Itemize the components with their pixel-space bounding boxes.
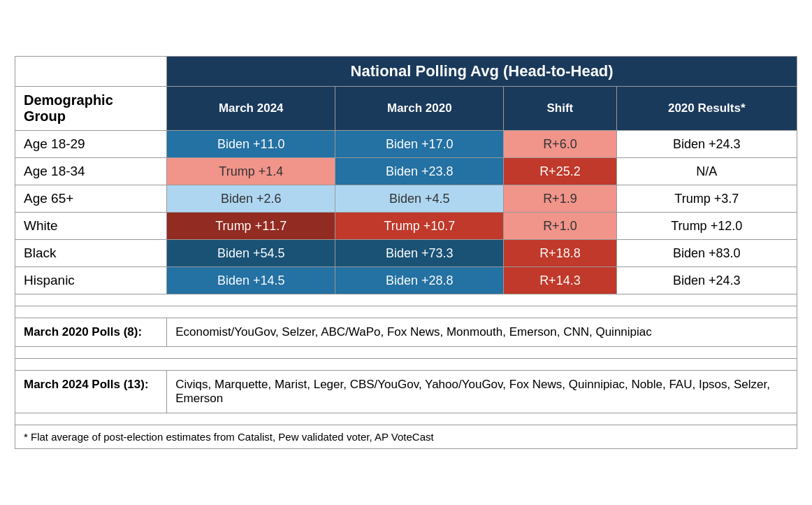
demographic-cell: White <box>15 213 167 240</box>
march2024-cell: Biden +2.6 <box>167 185 335 213</box>
shift-cell: R+1.0 <box>504 213 616 240</box>
results2020-cell: N/A <box>616 158 797 185</box>
corner-cell <box>15 57 167 87</box>
spacer-row <box>15 413 797 425</box>
notes-text: Civiqs, Marquette, Marist, Leger, CBS/Yo… <box>167 371 797 413</box>
notes-row: March 2024 Polls (13):Civiqs, Marquette,… <box>15 371 797 413</box>
march2024-cell: Biden +11.0 <box>167 131 335 158</box>
demographic-cell: Black <box>15 240 167 267</box>
table-row: Age 18-34Trump +1.4Biden +23.8R+25.2N/A <box>15 158 797 185</box>
results2020-cell: Biden +24.3 <box>616 267 797 294</box>
main-title: National Polling Avg (Head-to-Head) <box>167 57 797 87</box>
table-row: Age 65+Biden +2.6Biden +4.5R+1.9Trump +3… <box>15 185 797 213</box>
march2024-cell: Trump +11.7 <box>167 213 335 240</box>
spacer-row-1 <box>15 294 797 306</box>
march2020-cell: Biden +73.3 <box>335 240 504 267</box>
shift-cell: R+1.9 <box>504 185 616 213</box>
shift-cell: R+25.2 <box>504 158 616 185</box>
spacer-row <box>15 347 797 359</box>
title-row: National Polling Avg (Head-to-Head) <box>15 57 797 87</box>
table-row: BlackBiden +54.5Biden +73.3R+18.8Biden +… <box>15 240 797 267</box>
results2020-cell: Biden +83.0 <box>616 240 797 267</box>
notes-label: March 2024 Polls (13): <box>15 371 167 413</box>
march2024-cell: Trump +1.4 <box>167 158 335 185</box>
march2020-cell: Biden +4.5 <box>335 185 504 213</box>
march2020-cell: Biden +23.8 <box>335 158 504 185</box>
march2020-cell: Biden +17.0 <box>335 131 504 158</box>
march2020-header: March 2020 <box>335 87 504 131</box>
march2024-header: March 2024 <box>167 87 335 131</box>
results2020-header: 2020 Results* <box>616 87 797 131</box>
shift-cell: R+6.0 <box>504 131 616 158</box>
march2024-cell: Biden +54.5 <box>167 240 335 267</box>
demographic-cell: Age 18-34 <box>15 158 167 185</box>
notes-label: March 2020 Polls (8): <box>15 318 167 347</box>
header-row: Demographic Group March 2024 March 2020 … <box>15 87 797 131</box>
results2020-cell: Biden +24.3 <box>616 131 797 158</box>
table-row: WhiteTrump +11.7Trump +10.7R+1.0Trump +1… <box>15 213 797 240</box>
shift-header: Shift <box>504 87 616 131</box>
notes-row: March 2020 Polls (8):Economist/YouGov, S… <box>15 318 797 347</box>
demographic-header: Demographic Group <box>15 87 167 131</box>
march2020-cell: Biden +28.8 <box>335 267 504 294</box>
shift-cell: R+14.3 <box>504 267 616 294</box>
notes-text: Economist/YouGov, Selzer, ABC/WaPo, Fox … <box>167 318 797 347</box>
march2020-cell: Trump +10.7 <box>335 213 504 240</box>
demographic-cell: Age 65+ <box>15 185 167 213</box>
results2020-cell: Trump +3.7 <box>616 185 797 213</box>
spacer-row <box>15 306 797 318</box>
march2024-cell: Biden +14.5 <box>167 267 335 294</box>
footnote-text: * Flat average of post-election estimate… <box>15 425 797 449</box>
demographic-cell: Age 18-29 <box>15 131 167 158</box>
table-row: HispanicBiden +14.5Biden +28.8R+14.3Bide… <box>15 267 797 294</box>
spacer-row <box>15 359 797 371</box>
footnote-row: * Flat average of post-election estimate… <box>15 425 797 449</box>
shift-cell: R+18.8 <box>504 240 616 267</box>
results2020-cell: Trump +12.0 <box>616 213 797 240</box>
table-row: Age 18-29Biden +11.0Biden +17.0R+6.0Bide… <box>15 131 797 158</box>
demographic-cell: Hispanic <box>15 267 167 294</box>
